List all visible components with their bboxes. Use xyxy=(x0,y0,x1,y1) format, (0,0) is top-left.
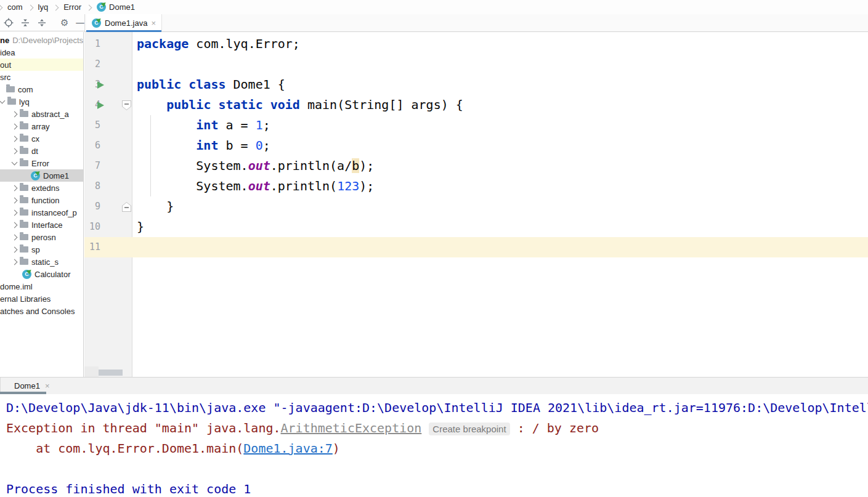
editor-line-11[interactable]: 11 xyxy=(84,237,868,257)
code-token: 1 xyxy=(256,118,263,132)
fold-marker-icon[interactable] xyxy=(122,202,131,212)
tree-item-perosn[interactable]: perosn xyxy=(0,231,83,243)
code-token: int xyxy=(196,118,218,132)
editor-line-5[interactable]: 5 int a = 1; xyxy=(84,115,868,135)
run-panel-tabs: Dome1 × xyxy=(0,378,868,394)
code-editor[interactable]: 1package com.lyq.Error;23public class Do… xyxy=(84,32,868,377)
tree-item-cx[interactable]: cx xyxy=(0,132,83,145)
tree-item-dome-iml[interactable]: dome.iml xyxy=(0,280,83,293)
breadcrumb-item-com[interactable]: com xyxy=(7,2,23,12)
folder-icon xyxy=(20,222,28,228)
tree-item-label: abstract_a xyxy=(31,110,69,119)
breadcrumb-item-lyq[interactable]: lyq xyxy=(38,2,49,12)
tree-item-error[interactable]: Error xyxy=(0,157,83,169)
chevron-right-icon[interactable] xyxy=(12,222,18,228)
exception-class-link[interactable]: ArithmeticException xyxy=(281,421,422,435)
tree-item-label: perosn xyxy=(31,233,56,242)
settings-gear-icon[interactable]: ⚙ xyxy=(60,18,68,28)
tree-item-label: function xyxy=(31,196,60,205)
chevron-right-icon[interactable] xyxy=(12,197,18,203)
code-text: public static void main(String[] args) { xyxy=(137,95,463,115)
tree-item-ernal-libraries[interactable]: ernal Libraries xyxy=(0,293,83,305)
code-text: package com.lyq.Error; xyxy=(137,34,300,54)
editor-line-2[interactable]: 2 xyxy=(84,54,868,75)
chevron-right-icon[interactable] xyxy=(12,234,18,240)
tab-dome1-java[interactable]: C Dome1.java × xyxy=(86,14,162,31)
close-icon[interactable]: × xyxy=(45,382,50,390)
tree-item-src[interactable]: src xyxy=(0,71,83,83)
locate-file-icon[interactable] xyxy=(4,18,14,28)
tree-item-dt[interactable]: dt xyxy=(0,145,83,157)
code-token: 0 xyxy=(256,138,263,153)
chevron-right-icon[interactable] xyxy=(12,135,18,142)
java-class-icon: C xyxy=(97,2,106,12)
tree-item-label: lyq xyxy=(19,97,30,107)
run-gutter-icon[interactable] xyxy=(97,102,104,109)
chevron-down-icon[interactable] xyxy=(12,160,18,166)
tree-item-idea[interactable]: idea xyxy=(0,46,83,59)
chevron-right-icon[interactable] xyxy=(12,123,18,129)
tree-item-label: src xyxy=(0,73,10,82)
hide-panel-icon[interactable]: — xyxy=(75,18,84,28)
create-breakpoint-hint[interactable]: Create breakpoint xyxy=(429,422,509,435)
chevron-right-icon[interactable] xyxy=(12,209,18,216)
tree-item-label: com xyxy=(18,85,33,94)
tree-item-array[interactable]: array xyxy=(0,120,83,132)
code-token: } xyxy=(137,199,174,214)
expand-all-icon[interactable] xyxy=(37,18,47,28)
chevron-right-icon[interactable] xyxy=(12,185,18,191)
tree-item-ne[interactable]: ne D:\Develop\Projects xyxy=(0,34,83,46)
tree-item-instanceof-p[interactable]: instanceof_p xyxy=(0,206,83,219)
fold-marker-icon[interactable] xyxy=(122,100,131,110)
chevron-down-icon[interactable] xyxy=(0,98,5,104)
editor-line-6[interactable]: 6 int b = 0; xyxy=(84,135,868,156)
code-token: .println(a/ xyxy=(270,158,352,173)
code-text: int b = 0; xyxy=(137,135,270,156)
folder-icon xyxy=(20,123,28,129)
breadcrumb-item-dome1[interactable]: CDome1 xyxy=(97,2,135,12)
tree-item-sp[interactable]: sp xyxy=(0,243,83,256)
editor-line-7[interactable]: 7 System.out.println(a/b); xyxy=(84,156,868,176)
tree-item-abstract-a[interactable]: abstract_a xyxy=(0,108,83,120)
editor-tabs: C Dome1.java × xyxy=(84,14,868,32)
breadcrumb-label: lyq xyxy=(38,2,49,12)
tree-item-dome1[interactable]: CDome1 xyxy=(0,169,83,182)
tree-item-extedns[interactable]: extedns xyxy=(0,182,83,194)
editor-line-10[interactable]: 10} xyxy=(84,217,868,237)
editor-line-4[interactable]: 4 public static void main(String[] args)… xyxy=(84,95,868,115)
folder-icon xyxy=(20,209,28,216)
chevron-right-icon xyxy=(86,4,92,10)
tree-item-interface[interactable]: Interface xyxy=(0,219,83,231)
tree-item-atches-and-consoles[interactable]: atches and Consoles xyxy=(0,305,83,317)
folder-icon xyxy=(20,234,28,240)
console-text: Process finished with exit code 1 xyxy=(6,482,251,496)
console-output[interactable]: D:\Develop\Java\jdk-11\bin\java.exe "-ja… xyxy=(0,394,868,497)
tree-item-function[interactable]: function xyxy=(0,194,83,206)
breadcrumb-item-error[interactable]: Error xyxy=(63,2,81,12)
collapse-all-icon[interactable] xyxy=(20,18,30,28)
console-line-5: Process finished with exit code 1 xyxy=(6,479,868,497)
tree-item-calculator[interactable]: CCalculator xyxy=(0,268,83,280)
line-number: 8 xyxy=(84,176,100,196)
chevron-right-icon[interactable] xyxy=(12,111,18,117)
chevron-right-icon[interactable] xyxy=(12,259,18,265)
close-icon[interactable]: × xyxy=(151,19,156,27)
folder-icon xyxy=(20,111,28,117)
editor-line-8[interactable]: 8 System.out.println(123); xyxy=(84,176,868,196)
tree-item-lyq[interactable]: lyq xyxy=(0,95,83,108)
stacktrace-link[interactable]: Dome1.java:7 xyxy=(243,441,333,456)
editor-line-3[interactable]: 3public class Dome1 { xyxy=(84,75,868,95)
run-gutter-icon[interactable] xyxy=(97,81,104,89)
tree-item-static-s[interactable]: static_s xyxy=(0,256,83,268)
chevron-right-icon[interactable] xyxy=(12,246,18,253)
line-number: 2 xyxy=(84,54,100,75)
line-number: 6 xyxy=(84,135,100,156)
chevron-right-icon[interactable] xyxy=(12,148,18,154)
tree-item-com[interactable]: com xyxy=(0,83,83,95)
folder-icon xyxy=(20,185,28,191)
editor-line-9[interactable]: 9 } xyxy=(84,196,868,217)
tree-item-out[interactable]: out xyxy=(0,59,83,71)
editor-scrollbar-thumb[interactable] xyxy=(84,366,99,377)
console-line-2: Exception in thread "main" java.lang.Ari… xyxy=(6,418,868,438)
editor-line-1[interactable]: 1package com.lyq.Error; xyxy=(84,34,868,54)
